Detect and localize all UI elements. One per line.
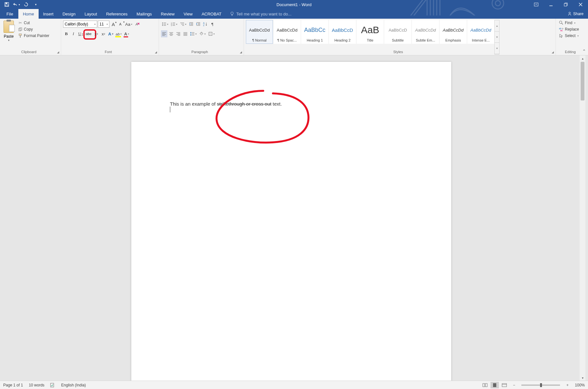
zoom-in-button[interactable]: + <box>563 382 572 388</box>
style-item-emphasis[interactable]: AaBbCcDdEmphasis <box>440 20 467 44</box>
tab-design[interactable]: Design <box>58 9 80 19</box>
bold-button[interactable]: B <box>63 30 70 37</box>
read-mode-button[interactable] <box>481 382 489 388</box>
style-item-heading1[interactable]: AaBbCcHeading 1 <box>301 20 328 44</box>
text-effects-button[interactable]: A <box>107 30 114 37</box>
page-indicator[interactable]: Page 1 of 1 <box>3 383 23 387</box>
align-right-button[interactable] <box>175 30 182 37</box>
format-painter-button[interactable]: Format Painter <box>17 33 51 39</box>
replace-button[interactable]: abacReplace <box>558 26 580 32</box>
superscript-button[interactable]: x2 <box>100 30 107 37</box>
align-center-button[interactable] <box>168 30 174 37</box>
style-item-subtitle[interactable]: AaBbCcDSubtitle <box>384 20 411 44</box>
style-item-normal[interactable]: AaBbCcDd¶ Normal <box>246 20 273 44</box>
justify-button[interactable] <box>182 30 189 37</box>
zoom-out-button[interactable]: − <box>510 382 518 388</box>
tab-mailings[interactable]: Mailings <box>132 9 156 19</box>
paragraph-launcher[interactable]: ◢ <box>240 51 243 54</box>
gallery-scroll-up[interactable]: ▴ <box>495 20 499 32</box>
tab-file[interactable]: File <box>1 9 18 19</box>
svg-rect-82 <box>493 383 496 387</box>
svg-point-17 <box>231 12 233 14</box>
tab-layout[interactable]: Layout <box>80 9 102 19</box>
italic-button[interactable]: I <box>70 30 77 37</box>
style-item-nospac[interactable]: AaBbCcDd¶ No Spac... <box>274 20 301 44</box>
style-item-title[interactable]: AaBTitle <box>357 20 384 44</box>
decrease-indent-button[interactable] <box>188 21 194 28</box>
underline-button[interactable]: U <box>77 30 84 37</box>
strikethrough-button[interactable]: abc <box>85 30 92 37</box>
ribbon-display-options-button[interactable] <box>529 0 544 9</box>
change-case-button[interactable]: Aa <box>124 21 133 28</box>
line-spacing-button[interactable] <box>189 30 198 37</box>
proofing-indicator[interactable] <box>50 383 55 387</box>
show-hide-button[interactable]: ¶ <box>209 21 216 28</box>
group-styles: AaBbCcDd¶ NormalAaBbCcDd¶ No Spac...AaBb… <box>244 19 556 55</box>
highlight-button[interactable]: ab <box>115 30 123 37</box>
scroll-thumb[interactable] <box>581 62 584 100</box>
title-bar: ▾ ▾ Document1 - Word <box>0 0 588 9</box>
copy-button[interactable]: Copy <box>17 26 51 32</box>
clipboard-launcher[interactable]: ◢ <box>57 51 60 54</box>
paste-label: Paste <box>4 34 14 39</box>
font-launcher[interactable]: ◢ <box>155 51 158 54</box>
zoom-level[interactable]: 100% <box>575 383 585 387</box>
align-left-button[interactable] <box>161 30 167 37</box>
gallery-scroll-down[interactable]: ▾ <box>495 32 499 43</box>
save-button[interactable] <box>3 1 10 8</box>
clear-formatting-button[interactable]: A <box>134 21 141 28</box>
grow-font-button[interactable]: A▴ <box>110 21 117 28</box>
close-button[interactable] <box>573 0 588 9</box>
tab-home[interactable]: Home <box>18 9 39 19</box>
sort-button[interactable]: AZ <box>202 21 209 28</box>
svg-rect-80 <box>483 384 485 387</box>
tab-acrobat[interactable]: ACROBAT <box>197 9 226 19</box>
tell-me-search[interactable]: Tell me what you want to do... <box>230 9 291 19</box>
subscript-button[interactable]: x2 <box>93 30 99 37</box>
style-item-heading2[interactable]: AaBbCcDHeading 2 <box>329 20 356 44</box>
word-count[interactable]: 10 words <box>29 383 44 387</box>
vertical-scrollbar[interactable]: ▴ ▾ <box>580 55 585 381</box>
web-layout-button[interactable] <box>500 382 509 388</box>
select-button[interactable]: Select▾ <box>558 33 580 39</box>
tab-insert[interactable]: Insert <box>39 9 58 19</box>
document-page[interactable]: This is an example of strikethrough or c… <box>131 62 451 381</box>
scroll-up-button[interactable]: ▴ <box>580 55 585 61</box>
zoom-slider[interactable] <box>521 384 560 386</box>
bullets-icon <box>162 22 166 26</box>
print-layout-button[interactable] <box>490 382 499 388</box>
tab-review[interactable]: Review <box>156 9 179 19</box>
cut-button[interactable]: ✂Cut <box>17 20 51 26</box>
numbering-button[interactable]: 123 <box>170 21 178 28</box>
increase-indent-button[interactable] <box>195 21 201 28</box>
bullets-button[interactable] <box>161 21 169 28</box>
paste-dropdown-arrow[interactable]: ▾ <box>8 39 10 42</box>
shrink-font-button[interactable]: A▾ <box>117 21 124 28</box>
qat-customize-button[interactable]: ▾ <box>32 1 39 8</box>
font-color-button[interactable]: A <box>123 30 130 37</box>
language-indicator[interactable]: English (India) <box>61 383 86 387</box>
style-item-intensee[interactable]: AaBbCcDdIntense E... <box>467 20 494 44</box>
maximize-button[interactable] <box>558 0 573 9</box>
borders-button[interactable] <box>207 30 216 37</box>
shading-button[interactable] <box>198 30 207 37</box>
tab-view[interactable]: View <box>179 9 197 19</box>
scroll-down-button[interactable]: ▾ <box>580 375 585 381</box>
svg-text:ac: ac <box>560 29 563 32</box>
document-body[interactable]: This is an example of strikethrough or c… <box>131 62 451 152</box>
styles-launcher[interactable]: ◢ <box>552 51 555 54</box>
zoom-slider-thumb[interactable] <box>540 383 542 387</box>
collapse-ribbon-button[interactable]: ⌃ <box>582 49 586 54</box>
style-item-subtleem[interactable]: AaBbCcDdSubtle Em... <box>412 20 439 44</box>
font-name-combo[interactable]: Calibri (Body)▾ <box>63 21 97 28</box>
tab-references[interactable]: References <box>102 9 132 19</box>
redo-button[interactable] <box>23 1 30 8</box>
undo-button[interactable]: ▾ <box>13 1 20 8</box>
find-button[interactable]: Find▾ <box>558 20 580 26</box>
font-size-combo[interactable]: 11▾ <box>98 21 109 28</box>
multilevel-list-button[interactable] <box>179 21 187 28</box>
minimize-button[interactable] <box>544 0 558 9</box>
paste-button[interactable]: Paste ▾ <box>2 20 15 54</box>
share-button[interactable]: Share <box>563 9 588 19</box>
replace-icon: abac <box>559 27 564 32</box>
